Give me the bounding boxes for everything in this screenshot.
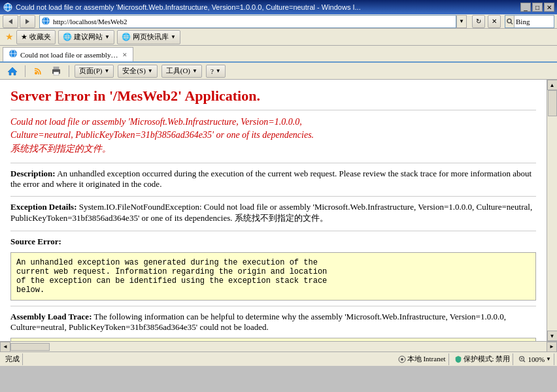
scroll-track bbox=[547, 90, 558, 331]
safety-dropdown-icon: ▼ bbox=[148, 68, 153, 74]
svg-point-8 bbox=[507, 19, 511, 23]
page-dropdown-icon: ▼ bbox=[104, 68, 109, 74]
tools-button[interactable]: 工具(O) ▼ bbox=[161, 65, 202, 78]
assembly-label: Assembly Load Trace: bbox=[10, 312, 92, 321]
svg-line-9 bbox=[511, 22, 513, 24]
nav-bar: ▼ ↻ ✕ bbox=[0, 14, 557, 29]
tab-text: Could not load file or assembly 'Microso… bbox=[20, 51, 120, 59]
tab-icon bbox=[8, 49, 18, 61]
title-bar-text: Could not load file or assembly 'Microso… bbox=[16, 3, 520, 11]
suggest-icon: 🌐 bbox=[63, 33, 72, 41]
address-bar: ▼ bbox=[39, 15, 467, 28]
page-button[interactable]: 页面(P) ▼ bbox=[75, 65, 114, 78]
scroll-thumb[interactable] bbox=[548, 90, 557, 116]
address-input-wrap bbox=[39, 15, 456, 28]
favorites-icon: ★ bbox=[21, 33, 27, 41]
main-content: Server Error in '/MesWeb2' Application. … bbox=[0, 80, 547, 341]
exception-label: Exception Details: bbox=[10, 202, 76, 212]
separator2 bbox=[69, 65, 69, 77]
back-button[interactable] bbox=[3, 15, 18, 28]
suggest-label: 建议网站 bbox=[74, 32, 103, 42]
status-done: 完成 bbox=[3, 353, 23, 365]
vertical-scrollbar[interactable]: ▲ ▼ bbox=[547, 80, 557, 341]
minimize-button[interactable]: _ bbox=[520, 3, 531, 12]
status-network: 本地 Intranet bbox=[396, 353, 449, 365]
status-bar: 完成 本地 Intranet 保护模式: 禁用 100% ▼ bbox=[0, 351, 557, 366]
scroll-down-button[interactable]: ▼ bbox=[547, 331, 558, 341]
svg-rect-16 bbox=[54, 67, 59, 69]
error-chinese: 系统找不到指定的文件。 bbox=[10, 143, 536, 155]
nav-icon-buttons: ↻ ✕ bbox=[472, 15, 502, 28]
zoom-icon bbox=[518, 355, 526, 363]
content-area: Server Error in '/MesWeb2' Application. … bbox=[0, 80, 557, 341]
network-icon bbox=[398, 355, 406, 363]
zoom-dropdown-icon[interactable]: ▼ bbox=[546, 356, 551, 362]
scroll-up-button[interactable]: ▲ bbox=[547, 80, 558, 90]
description-label: Description: bbox=[10, 169, 56, 178]
page-label: 页面(P) bbox=[79, 66, 102, 76]
scroll-left-button[interactable]: ◄ bbox=[0, 342, 10, 352]
divider1 bbox=[10, 163, 536, 163]
svg-point-14 bbox=[35, 72, 37, 74]
status-zoom: 100% ▼ bbox=[516, 353, 554, 365]
maximize-button[interactable]: □ bbox=[532, 3, 543, 12]
svg-point-19 bbox=[401, 358, 403, 361]
assembly-trace-paragraph: Assembly Load Trace: The following infor… bbox=[10, 312, 536, 333]
tab-bar: Could not load file or assembly 'Microso… bbox=[0, 46, 557, 63]
rss-button[interactable] bbox=[31, 64, 45, 78]
error-line2: Culture=neutral, PublicKeyToken=31bf3856… bbox=[10, 130, 536, 140]
h-scroll-track bbox=[10, 342, 547, 351]
svg-marker-3 bbox=[8, 19, 12, 24]
quickbar-button[interactable]: 🌐 网页快讯库 ▼ bbox=[117, 30, 180, 44]
divider3 bbox=[10, 231, 536, 231]
close-button[interactable]: ✕ bbox=[544, 3, 554, 12]
error-line1: Could not load file or assembly 'Microso… bbox=[10, 117, 536, 127]
ie-icon bbox=[41, 16, 52, 27]
tab-close-button[interactable]: ✕ bbox=[122, 52, 127, 58]
h-scroll-thumb[interactable] bbox=[10, 343, 50, 351]
description-paragraph: Description: An unhandled exception occu… bbox=[10, 169, 536, 189]
scroll-right-button[interactable]: ► bbox=[547, 342, 557, 352]
svg-line-21 bbox=[524, 360, 526, 362]
favorites-label: 收藏夹 bbox=[29, 32, 51, 42]
svg-marker-4 bbox=[25, 19, 29, 24]
refresh-button[interactable]: ↻ bbox=[472, 15, 485, 28]
quickbar-icon: 🌐 bbox=[122, 33, 131, 41]
ie-toolbar: 页面(P) ▼ 安全(S) ▼ 工具(O) ▼ ? ▼ bbox=[0, 63, 557, 80]
help-button[interactable]: ? ▼ bbox=[206, 65, 226, 78]
divider4 bbox=[10, 306, 536, 306]
divider2 bbox=[10, 196, 536, 197]
tools-label: 工具(O) bbox=[166, 66, 190, 76]
safety-label: 安全(S) bbox=[122, 66, 145, 76]
network-label: 本地 Intranet bbox=[407, 354, 446, 364]
zoom-label: 100% bbox=[528, 355, 545, 363]
search-input[interactable] bbox=[515, 18, 554, 25]
quickbar-label: 网页快讯库 bbox=[133, 32, 169, 42]
exception-text: System.IO.FileNotFoundException: Could n… bbox=[10, 202, 532, 223]
done-label: 完成 bbox=[5, 354, 20, 364]
suggest-dropdown-icon: ▼ bbox=[105, 34, 110, 40]
forward-button[interactable] bbox=[20, 15, 35, 28]
tools-dropdown-icon: ▼ bbox=[192, 68, 197, 74]
server-error-title: Server Error in '/MesWeb2' Application. bbox=[10, 88, 536, 110]
active-tab[interactable]: Could not load file or assembly 'Microso… bbox=[3, 47, 133, 61]
horizontal-scrollbar: ◄ ► bbox=[0, 341, 557, 351]
search-icon bbox=[505, 16, 515, 27]
favorites-toolbar: ★ ★ 收藏夹 🌐 建议网站 ▼ 🌐 网页快讯库 ▼ bbox=[0, 29, 557, 46]
status-protection: 保护模式: 禁用 bbox=[452, 353, 514, 365]
search-bar bbox=[505, 15, 554, 28]
address-input[interactable] bbox=[53, 18, 454, 25]
title-bar: Could not load file or assembly 'Microso… bbox=[0, 0, 557, 14]
stop-button[interactable]: ✕ bbox=[488, 15, 501, 28]
print-button[interactable] bbox=[49, 64, 63, 78]
help-dropdown-icon: ▼ bbox=[216, 68, 221, 74]
address-dropdown[interactable]: ▼ bbox=[456, 15, 467, 28]
safety-button[interactable]: 安全(S) ▼ bbox=[118, 65, 157, 78]
home-button[interactable] bbox=[5, 64, 20, 78]
suggest-button[interactable]: 🌐 建议网站 ▼ bbox=[58, 30, 114, 44]
help-label: ? bbox=[211, 67, 214, 75]
protection-label: 保护模式: 禁用 bbox=[464, 354, 511, 364]
description-text: An unhandled exception occurred during t… bbox=[10, 169, 532, 189]
favorites-button[interactable]: ★ 收藏夹 bbox=[16, 30, 56, 44]
quickbar-dropdown-icon: ▼ bbox=[171, 34, 176, 40]
